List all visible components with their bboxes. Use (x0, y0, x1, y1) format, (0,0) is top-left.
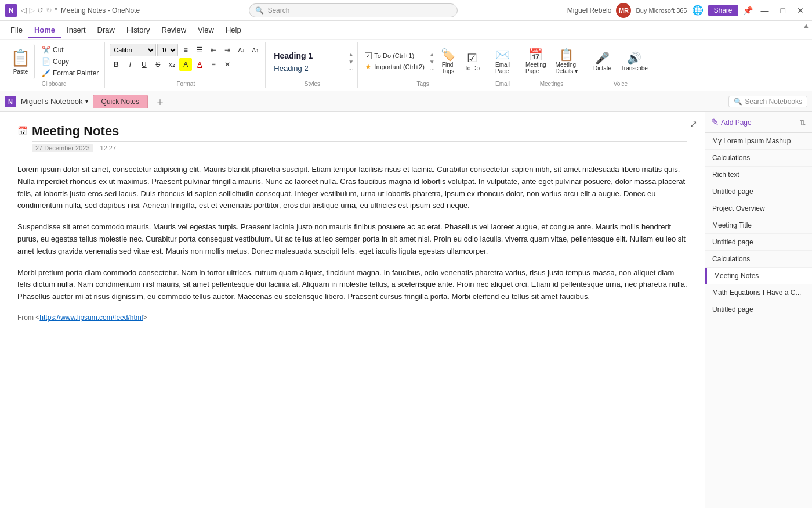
ribbon-collapse-button[interactable]: ▲ (800, 0, 812, 51)
style-expand-icon[interactable]: ⋯ (348, 66, 354, 73)
page-list-item[interactable]: Rich text (705, 167, 812, 183)
page-title[interactable]: Meeting Notes (32, 124, 687, 142)
subscript-button[interactable]: x₂ (165, 58, 178, 71)
important-tag[interactable]: ★ Important (Ctrl+2) (362, 62, 427, 71)
notebook-bar-right: 🔍 Search Notebooks (728, 96, 807, 107)
heading1-style[interactable]: Heading 1 (270, 50, 346, 62)
page-list-item[interactable]: Untitled page (705, 183, 812, 200)
todo-checkbox-icon: ✓ (365, 52, 372, 59)
paragraph-2: Suspendisse sit amet commodo mauris. Mau… (17, 221, 687, 257)
page-list-item[interactable]: Math Equations I Have a C... (705, 284, 812, 301)
tab-history[interactable]: History (121, 23, 155, 38)
style-up-icon[interactable]: ▲ (348, 51, 354, 57)
page-list-item[interactable]: Calculations (705, 150, 812, 167)
page-list-item[interactable]: Calculations (705, 251, 812, 268)
source-url[interactable]: https://www.lipsum.com/feed/html (39, 314, 143, 322)
tab-view[interactable]: View (192, 23, 220, 38)
cut-button[interactable]: ✂️ Cut (39, 45, 101, 55)
font-select[interactable]: Calibri (110, 44, 156, 56)
size-select[interactable]: 10 (157, 44, 178, 56)
num-list-icon[interactable]: ≡ (179, 44, 192, 56)
transcribe-button[interactable]: 🔊 Transcribe (617, 50, 651, 74)
paste-icon: 📋 (10, 48, 31, 67)
minimize-button[interactable]: — (757, 5, 773, 16)
add-page-button[interactable]: ✎ Add Page (711, 117, 752, 128)
tab-help[interactable]: Help (220, 23, 247, 38)
font-color-button[interactable]: A (193, 58, 206, 71)
page-list-item-active[interactable]: Meeting Notes (705, 268, 812, 284)
clear-format-button[interactable]: ✕ (221, 58, 234, 71)
paragraph-1: Lorem ipsum dolor sit amet, consectetur … (17, 164, 687, 212)
tab-insert[interactable]: Insert (61, 23, 92, 38)
source-prefix: From < (17, 314, 39, 322)
notebook-name[interactable]: Miguel's Notebook ▾ (21, 97, 88, 106)
todo-tag[interactable]: ✓ To Do (Ctrl+1) (362, 52, 427, 60)
bullet-list-icon[interactable]: ☰ (193, 44, 206, 56)
align-button[interactable]: ≡ (207, 58, 220, 71)
search-box[interactable]: 🔍 Search (249, 3, 458, 17)
tag-up-icon[interactable]: ▲ (429, 51, 435, 57)
email-page-button[interactable]: ✉️ EmailPage (492, 46, 513, 77)
undo-icon[interactable]: ↺ (37, 6, 44, 15)
forward-icon[interactable]: ▷ (29, 6, 35, 15)
dropdown-icon[interactable]: ▾ (55, 6, 57, 15)
indent-less-icon[interactable]: ⇤ (207, 44, 220, 56)
expand-page-button[interactable]: ⤢ (686, 117, 700, 131)
tab-home[interactable]: Home (28, 23, 61, 38)
tab-draw[interactable]: Draw (92, 23, 121, 38)
tab-file[interactable]: File (5, 23, 28, 38)
meeting-page-button[interactable]: 📅 MeetingPage (522, 46, 550, 77)
section-tab-quick-notes[interactable]: Quick Notes (93, 95, 148, 108)
basic-text-label: Format (110, 80, 262, 87)
page-list-item[interactable]: My Lorem Ipsum Mashup (705, 133, 812, 150)
notebook-bar: N Miguel's Notebook ▾ Quick Notes ＋ 🔍 Se… (0, 91, 812, 112)
page-area: ⤢ 📅 Meeting Notes 27 December 2023 12:27… (0, 112, 705, 508)
format-painter-button[interactable]: 🖌️ Format Painter (39, 68, 101, 78)
paste-button[interactable]: 📋 Paste (7, 44, 35, 79)
maximize-button[interactable]: □ (777, 5, 789, 16)
globe-icon[interactable]: 🌐 (692, 5, 704, 16)
underline-button[interactable]: U (137, 58, 150, 71)
page-list-item[interactable]: Project Overview (705, 200, 812, 217)
page-list-item[interactable]: Untitled page (705, 301, 812, 318)
notebook-dropdown-icon: ▾ (85, 98, 88, 105)
tags-list: ✓ To Do (Ctrl+1) ★ Important (Ctrl+2) (362, 52, 427, 71)
share-button[interactable]: Share (708, 5, 738, 16)
page-meta: 27 December 2023 12:27 (32, 144, 687, 152)
italic-button[interactable]: I (124, 58, 136, 71)
pin-icon[interactable]: 📌 (743, 6, 753, 15)
copy-button[interactable]: 📄 Copy (39, 56, 101, 67)
meeting-details-button[interactable]: 📋 MeetingDetails ▾ (552, 46, 581, 77)
decrease-font-icon[interactable]: A↓ (235, 44, 248, 56)
search-notebooks[interactable]: 🔍 Search Notebooks (728, 96, 807, 107)
ribbon-tabs: File Home Insert Draw History Review Vie… (0, 21, 812, 39)
back-icon[interactable]: ◁ (21, 6, 27, 15)
voice-group: 🎤 Dictate 🔊 Transcribe Voice (586, 42, 655, 88)
tag-expand-icon[interactable]: ⋯ (429, 66, 435, 73)
tab-review[interactable]: Review (155, 23, 192, 38)
page-title-section: Meeting Notes 27 December 2023 12:27 (32, 124, 687, 152)
find-tags-label: FindTags (442, 62, 454, 74)
basic-text-content: Calibri 10 ≡ ☰ ⇤ ⇥ A↓ A↑ B I U S (110, 44, 262, 80)
dictate-icon: 🎤 (595, 52, 610, 64)
sort-pages-button[interactable]: ⇅ (799, 118, 806, 127)
user-name: Miguel Rebelo (567, 6, 612, 15)
highlight-button[interactable]: A (179, 58, 192, 71)
add-section-button[interactable]: ＋ (153, 95, 168, 109)
strikethrough-button[interactable]: S (151, 58, 164, 71)
page-list-item[interactable]: Untitled page (705, 234, 812, 251)
bold-button[interactable]: B (110, 58, 122, 71)
style-down-icon[interactable]: ▼ (348, 59, 354, 65)
indent-more-icon[interactable]: ⇥ (221, 44, 234, 56)
redo-icon[interactable]: ↻ (46, 6, 52, 15)
find-tags-button[interactable]: 🏷️ FindTags (437, 46, 459, 77)
page-content[interactable]: Lorem ipsum dolor sit amet, consectetur … (17, 164, 687, 323)
dictate-button[interactable]: 🎤 Dictate (590, 50, 615, 74)
heading2-style[interactable]: Heading 2 (270, 63, 346, 74)
tag-down-icon[interactable]: ▼ (429, 59, 435, 65)
increase-font-icon[interactable]: A↑ (249, 44, 262, 56)
page-list-item[interactable]: Meeting Title (705, 217, 812, 234)
buy-ms-label[interactable]: Buy Microsoft 365 (636, 7, 687, 14)
todo-tag-button[interactable]: ☑ To Do (461, 50, 483, 74)
format-row: B I U S x₂ A A ≡ ✕ (110, 58, 234, 71)
